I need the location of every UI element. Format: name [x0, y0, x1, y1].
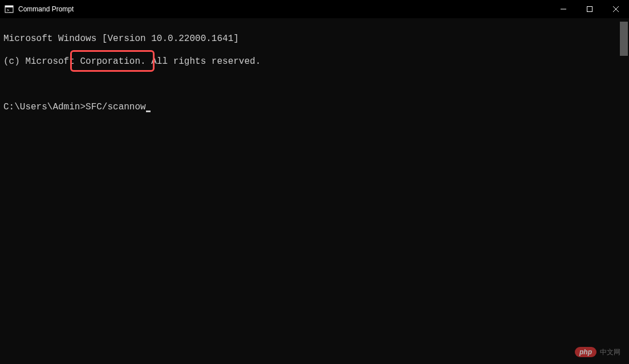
watermark-badge: php	[575, 347, 596, 357]
window-title: Command Prompt	[18, 5, 74, 13]
svg-text:>_: >_	[7, 8, 12, 13]
svg-rect-1	[5, 6, 13, 7]
watermark: php 中文网	[575, 347, 620, 357]
maximize-button[interactable]	[577, 0, 603, 18]
terminal-output[interactable]: Microsoft Windows [Version 10.0.22000.16…	[0, 18, 629, 116]
close-button[interactable]	[603, 0, 629, 18]
prompt-line: C:\Users\Admin>SFC/scannow	[3, 101, 151, 113]
minimize-button[interactable]	[550, 0, 577, 18]
cursor	[146, 111, 151, 112]
titlebar-left: >_ Command Prompt	[5, 5, 74, 14]
prompt-path: C:\Users\Admin>	[3, 102, 86, 112]
vertical-scrollbar[interactable]	[620, 22, 628, 56]
svg-rect-4	[587, 7, 593, 12]
cmd-icon: >_	[5, 5, 14, 14]
copyright-line: (c) Microsoft Corporation. All rights re…	[3, 56, 629, 67]
window-titlebar: >_ Command Prompt	[0, 0, 629, 18]
window-controls	[550, 0, 629, 18]
typed-command: SFC/scannow	[86, 102, 146, 112]
version-line: Microsoft Windows [Version 10.0.22000.16…	[3, 33, 629, 44]
watermark-text: 中文网	[600, 347, 620, 357]
blank-line	[3, 79, 629, 90]
